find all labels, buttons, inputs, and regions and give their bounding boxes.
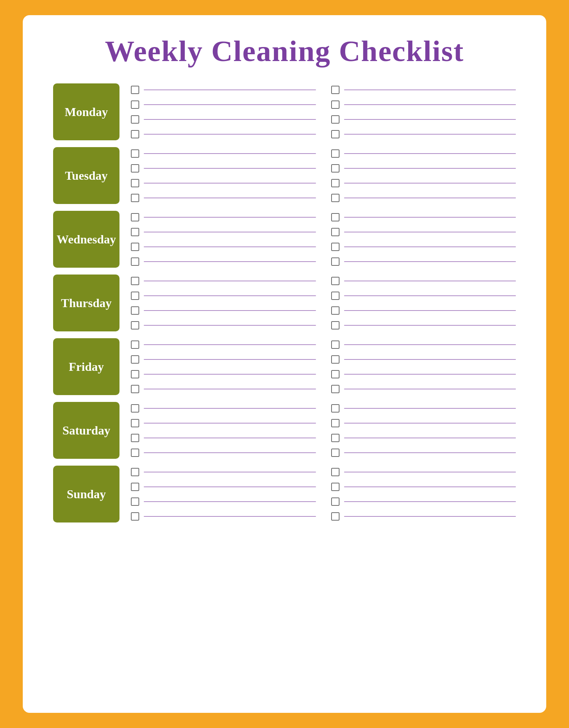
task-line: [144, 452, 316, 453]
checkbox[interactable]: [331, 321, 340, 329]
checkbox[interactable]: [331, 355, 340, 364]
checkbox[interactable]: [331, 149, 340, 158]
checkbox[interactable]: [331, 228, 340, 236]
checkbox[interactable]: [331, 243, 340, 251]
task-item: [131, 404, 316, 413]
checkbox[interactable]: [131, 243, 139, 251]
task-item: [331, 419, 516, 427]
day-label-monday: Monday: [53, 83, 119, 140]
checkbox[interactable]: [331, 434, 340, 442]
checkbox[interactable]: [131, 434, 139, 442]
task-item: [331, 404, 516, 413]
page: Weekly Cleaning Checklist MondayTuesdayW…: [23, 15, 546, 713]
checkbox[interactable]: [131, 404, 139, 413]
checkbox[interactable]: [131, 497, 139, 506]
task-line: [344, 232, 516, 232]
checkbox[interactable]: [131, 115, 139, 124]
checkbox[interactable]: [331, 213, 340, 221]
task-column-sunday-0: [131, 466, 316, 522]
task-line: [344, 89, 516, 90]
checkbox[interactable]: [131, 321, 139, 329]
checkbox[interactable]: [131, 257, 139, 266]
checkbox[interactable]: [331, 164, 340, 173]
task-item: [331, 194, 516, 202]
checkbox[interactable]: [131, 385, 139, 393]
task-line: [144, 104, 316, 105]
task-line: [144, 310, 316, 311]
checkbox[interactable]: [331, 497, 340, 506]
checkbox[interactable]: [131, 164, 139, 173]
task-line: [144, 119, 316, 120]
task-line: [344, 516, 516, 517]
day-label-tuesday: Tuesday: [53, 147, 119, 204]
checkbox[interactable]: [331, 468, 340, 476]
checkbox[interactable]: [331, 419, 340, 427]
day-label-sunday: Sunday: [53, 466, 119, 522]
checkbox[interactable]: [331, 370, 340, 378]
task-line: [144, 486, 316, 487]
checkbox[interactable]: [131, 194, 139, 202]
task-item: [131, 292, 316, 300]
checkbox[interactable]: [331, 194, 340, 202]
checkbox[interactable]: [131, 483, 139, 491]
checkbox[interactable]: [131, 449, 139, 457]
day-row-sunday: Sunday: [53, 466, 516, 522]
task-column-tuesday-0: [131, 147, 316, 204]
checkbox[interactable]: [331, 86, 340, 94]
day-label-friday: Friday: [53, 338, 119, 395]
task-item: [131, 340, 316, 349]
task-item: [331, 340, 516, 349]
task-line: [144, 389, 316, 389]
checkbox[interactable]: [131, 149, 139, 158]
checkbox[interactable]: [131, 179, 139, 187]
days-grid: MondayTuesdayWednesdayThursdayFridaySatu…: [53, 83, 516, 694]
task-item: [331, 277, 516, 285]
task-item: [131, 100, 316, 109]
checkbox[interactable]: [131, 340, 139, 349]
checkbox[interactable]: [131, 228, 139, 236]
task-item: [331, 449, 516, 457]
checkbox[interactable]: [331, 115, 340, 124]
checkbox[interactable]: [131, 306, 139, 315]
checkbox[interactable]: [131, 292, 139, 300]
checkbox[interactable]: [131, 468, 139, 476]
checkbox[interactable]: [331, 512, 340, 521]
checkbox[interactable]: [331, 404, 340, 413]
checkbox[interactable]: [331, 292, 340, 300]
task-line: [344, 310, 516, 311]
task-item: [131, 130, 316, 138]
tasks-panel-tuesday: [131, 147, 516, 204]
checkbox[interactable]: [331, 306, 340, 315]
task-item: [131, 483, 316, 491]
task-item: [331, 483, 516, 491]
checkbox[interactable]: [131, 355, 139, 364]
checkbox[interactable]: [331, 340, 340, 349]
task-item: [131, 306, 316, 315]
checkbox[interactable]: [331, 179, 340, 187]
task-item: [131, 355, 316, 364]
task-column-friday-0: [131, 338, 316, 395]
task-item: [131, 512, 316, 521]
checkbox[interactable]: [131, 512, 139, 521]
task-item: [331, 115, 516, 124]
day-row-saturday: Saturday: [53, 402, 516, 459]
tasks-panel-wednesday: [131, 211, 516, 268]
checkbox[interactable]: [331, 130, 340, 138]
day-label-saturday: Saturday: [53, 402, 119, 459]
checkbox[interactable]: [331, 277, 340, 285]
checkbox[interactable]: [131, 370, 139, 378]
checkbox[interactable]: [331, 100, 340, 109]
checkbox[interactable]: [131, 419, 139, 427]
checkbox[interactable]: [131, 213, 139, 221]
task-line: [344, 472, 516, 472]
checkbox[interactable]: [131, 86, 139, 94]
checkbox[interactable]: [331, 257, 340, 266]
checkbox[interactable]: [331, 483, 340, 491]
task-line: [144, 423, 316, 424]
checkbox[interactable]: [331, 449, 340, 457]
checkbox[interactable]: [131, 277, 139, 285]
task-column-saturday-0: [131, 402, 316, 459]
checkbox[interactable]: [131, 100, 139, 109]
checkbox[interactable]: [131, 130, 139, 138]
checkbox[interactable]: [331, 385, 340, 393]
